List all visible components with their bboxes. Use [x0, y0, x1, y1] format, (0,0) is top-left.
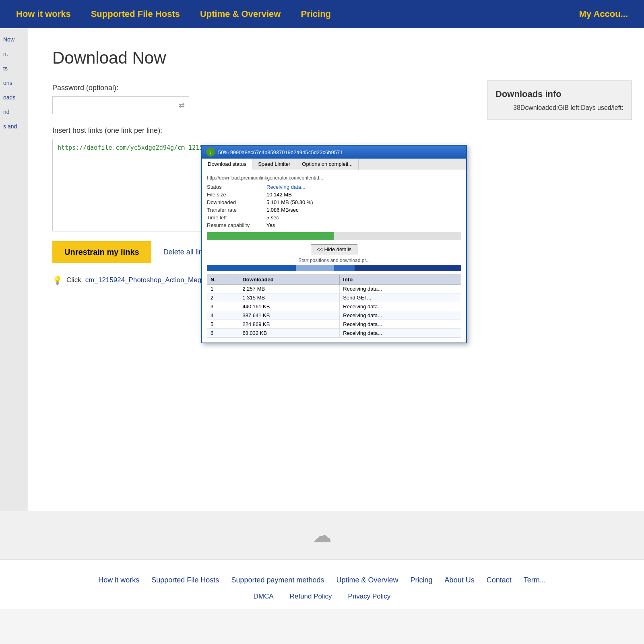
unrestrain-button[interactable]: Unrestrain my links: [52, 241, 151, 263]
col-header-info: Info: [340, 275, 461, 285]
dialog-tab-download-status[interactable]: Download status: [202, 159, 252, 170]
nav-pricing[interactable]: Pricing: [301, 9, 331, 19]
table-row: 5224.869 KBReceiving data...: [207, 320, 461, 329]
footer-link2-dmca[interactable]: DMCA: [254, 592, 274, 601]
page-title: Download Now: [52, 48, 620, 68]
table-cell-n: 5: [207, 320, 239, 329]
table-cell-info: Send GET...: [340, 293, 461, 302]
sidebar-item-1[interactable]: nt: [3, 51, 25, 57]
sidebar-item-6[interactable]: s and: [3, 123, 25, 130]
sidebar: Now nt ts ons oads nd s and: [0, 28, 28, 511]
col-header-downloaded: Downloaded: [239, 275, 340, 285]
table-cell-info: Receiving data...: [340, 311, 461, 320]
table-cell-n: 6: [207, 329, 239, 338]
downloads-info-panel: Downloads info Days used/left: GiB left:…: [487, 80, 632, 120]
footer-logo-area: ☁: [0, 511, 644, 559]
dialog-tab-options[interactable]: Options on completi...: [296, 159, 359, 170]
table-cell-n: 2: [207, 293, 239, 302]
progress-bar-wrap: [207, 232, 461, 240]
page-layout: Now nt ts ons oads nd s and Download Now…: [0, 28, 644, 511]
dialog-url: http://download.premiumlinkgenerator.com…: [207, 175, 461, 181]
nav-how-it-works[interactable]: How it works: [16, 9, 71, 19]
sidebar-item-2[interactable]: ts: [3, 65, 25, 72]
sidebar-item-3[interactable]: ons: [3, 80, 25, 86]
table-cell-info: Receiving data...: [340, 329, 461, 338]
table-cell-downloaded: 440.161 KB: [239, 302, 340, 311]
dialog-app-icon: ↓: [206, 148, 215, 157]
password-input-wrap: ⇄: [52, 96, 189, 114]
dialog-titlebar: ↓ 50% 9990a8ec67c4b85937019b2a94545d23c6…: [202, 146, 466, 159]
footer-link-footer-pricing[interactable]: Pricing: [411, 576, 433, 584]
seg3: [334, 265, 355, 271]
dialog-tabs: Download status Speed Limiter Options on…: [202, 159, 466, 170]
table-cell-downloaded: 68.032 KB: [239, 329, 340, 338]
footer-link-footer-terms[interactable]: Term...: [524, 576, 546, 584]
download-dialog: ↓ 50% 9990a8ec67c4b85937019b2a94545d23c6…: [201, 145, 467, 343]
footer-link-footer-supported-file-hosts[interactable]: Supported File Hosts: [151, 576, 219, 584]
dialog-tab-speed-limiter[interactable]: Speed Limiter: [252, 159, 296, 170]
footer-logo-icon: ☁: [312, 524, 332, 547]
dialog-body: http://download.premiumlinkgenerator.com…: [202, 170, 466, 343]
table-cell-n: 3: [207, 302, 239, 311]
footer-link-footer-about[interactable]: About Us: [445, 576, 475, 584]
main-content: Download Now Downloads info Days used/le…: [28, 28, 644, 511]
click-info-prefix: Click: [66, 276, 81, 284]
table-row: 668.032 KBReceiving data...: [207, 329, 461, 338]
table-row: 4387.641 KBReceiving data...: [207, 311, 461, 320]
table-cell-info: Receiving data...: [340, 302, 461, 311]
table-row: 21.315 MBSend GET...: [207, 293, 461, 302]
nav-my-account[interactable]: My Accou...: [579, 9, 628, 19]
footer-link-footer-how-it-works[interactable]: How it works: [98, 576, 139, 584]
col-header-n: N.: [207, 275, 239, 285]
footer: How it worksSupported File HostsSupporte…: [0, 559, 644, 609]
footer-link-footer-contact[interactable]: Contact: [487, 576, 512, 584]
nav-supported-file-hosts[interactable]: Supported File Hosts: [91, 9, 180, 19]
footer-link-footer-payment-methods[interactable]: Supported payment methods: [231, 576, 324, 584]
footer-link-footer-uptime[interactable]: Uptime & Overview: [336, 576, 398, 584]
transfer-value: 1.086 MB/sec: [266, 207, 461, 213]
progress-bar-fill: [207, 232, 334, 240]
footer-link2-privacy-policy[interactable]: Privacy Policy: [348, 592, 391, 601]
segment-bar: [207, 265, 461, 271]
sidebar-item-4[interactable]: oads: [3, 94, 25, 101]
table-cell-downloaded: 1.315 MB: [239, 293, 340, 302]
table-cell-n: 4: [207, 311, 239, 320]
table-cell-downloaded: 2.257 MB: [239, 285, 340, 293]
filesize-label: File size: [207, 192, 263, 198]
sidebar-item-0[interactable]: Now: [3, 36, 25, 43]
sidebar-item-5[interactable]: nd: [3, 109, 25, 115]
table-row: 12.257 MBReceiving data...: [207, 285, 461, 293]
status-value: Receiving data...: [266, 184, 461, 190]
main-nav: How it works Supported File Hosts Uptime…: [0, 0, 644, 28]
password-input[interactable]: [57, 102, 179, 109]
dialog-info-grid: Status Receiving data... File size 10.14…: [207, 184, 461, 228]
table-cell-info: Receiving data...: [340, 320, 461, 329]
table-row: 3440.161 KBReceiving data...: [207, 302, 461, 311]
seg2: [296, 265, 334, 271]
footer-links: How it worksSupported File HostsSupporte…: [16, 576, 628, 584]
filesize-value: 10.142 MB: [266, 192, 461, 198]
downloaded-value: 5.101 MB (50.30 %): [266, 199, 461, 205]
time-label: Time left: [207, 215, 263, 221]
dialog-icon-inner: ↓: [209, 149, 212, 155]
lightbulb-icon: 💡: [52, 275, 62, 285]
downloaded-label: Downloaded: [207, 199, 263, 205]
time-value: 5 sec: [266, 215, 461, 221]
status-label: Status: [207, 184, 263, 190]
table-cell-downloaded: 224.869 KB: [239, 320, 340, 329]
start-positions-label: Start positions and download pr...: [207, 258, 461, 263]
resume-label: Resume capability: [207, 222, 263, 228]
seg1: [207, 265, 296, 271]
resume-value: Yes: [266, 222, 461, 228]
download-table: N. Downloaded Info 12.257 MBReceiving da…: [207, 275, 461, 338]
transfer-label: Transfer rate: [207, 207, 263, 213]
nav-uptime-overview[interactable]: Uptime & Overview: [200, 9, 281, 19]
textarea-label: Insert host links (one link per line):: [52, 126, 620, 135]
table-cell-downloaded: 387.641 KB: [239, 311, 340, 320]
footer-link2-refund-policy[interactable]: Refund Policy: [290, 592, 332, 601]
table-cell-n: 1: [207, 285, 239, 293]
table-cell-info: Receiving data...: [340, 285, 461, 293]
password-toggle-icon[interactable]: ⇄: [179, 101, 185, 110]
dialog-titlebar-text: 50% 9990a8ec67c4b85937019b2a94545d23c6b9…: [218, 149, 462, 155]
hide-details-button[interactable]: << Hide details: [311, 244, 358, 254]
